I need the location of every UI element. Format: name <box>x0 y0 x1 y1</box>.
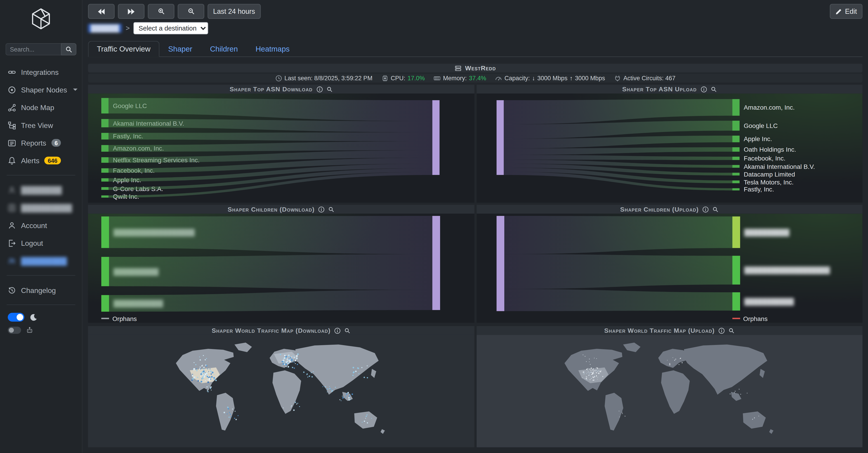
tab-shaper[interactable]: Shaper <box>159 41 201 57</box>
server-icon <box>455 64 462 72</box>
people-icon <box>8 256 16 265</box>
info-icon[interactable] <box>701 86 707 92</box>
secondary-toggle[interactable] <box>8 327 21 334</box>
bell-icon <box>8 156 16 165</box>
reports-icon <box>8 139 16 147</box>
node-name: WestRedd <box>465 65 496 71</box>
person-icon <box>8 186 16 194</box>
sidebar-item-shaper-nodes[interactable]: Shaper Nodes <box>0 81 82 98</box>
sankey-children-download: ███████████████████████████████████████O… <box>88 214 474 323</box>
sidebar-item-changelog[interactable]: Changelog <box>0 281 82 299</box>
magnifier-icon[interactable] <box>344 328 350 334</box>
tab-children[interactable]: Children <box>201 41 247 57</box>
tab-bar: Traffic Overview Shaper Children Heatmap… <box>88 39 862 57</box>
reports-badge: 6 <box>51 139 61 147</box>
sidebar-item-label: Alerts <box>21 156 39 165</box>
app-logo[interactable] <box>0 0 82 39</box>
search-button[interactable] <box>61 43 76 55</box>
sidebar-item-label: Account <box>21 221 47 230</box>
panel-children-download: Shaper Children (Download) █████████████… <box>88 205 474 323</box>
sidebar-item-alerts[interactable]: Alerts 646 <box>0 152 82 169</box>
toolbar: Last 24 hours Edit <box>88 4 862 18</box>
node-map-icon <box>8 103 16 112</box>
magnifier-icon[interactable] <box>710 86 717 92</box>
cpu-icon <box>381 74 389 82</box>
time-range-button[interactable]: Last 24 hours <box>208 4 260 19</box>
zoom-in-button[interactable] <box>148 4 175 19</box>
breadcrumb-separator: > <box>126 24 130 32</box>
integrations-icon <box>8 68 16 76</box>
sidebar-item-label: Node Map <box>21 103 54 112</box>
info-icon[interactable] <box>703 206 709 212</box>
stat-memory: Memory:37.4% <box>434 74 486 82</box>
sankey-asn-download: Google LLCAkamai International B.V.Fastl… <box>88 94 474 203</box>
edit-button[interactable]: Edit <box>830 4 862 19</box>
cube-logo-icon <box>29 6 53 31</box>
time-forward-button[interactable] <box>118 4 145 19</box>
memory-value: 37.4% <box>469 75 486 81</box>
magnifier-icon[interactable] <box>728 328 735 334</box>
magnifier-icon[interactable] <box>327 86 333 92</box>
up-arrow: ↑ <box>569 75 572 81</box>
sidebar-item-label: █████████ <box>21 256 67 265</box>
alerts-badge: 646 <box>44 156 61 164</box>
node-stats: Last seen: 8/8/2025, 3:59:22 PM CPU:17.0… <box>88 74 862 83</box>
person-icon <box>8 221 16 230</box>
sidebar-item-label: Shaper Nodes <box>21 86 67 94</box>
search-input[interactable] <box>5 43 61 55</box>
magnifier-icon[interactable] <box>329 206 335 212</box>
info-icon[interactable] <box>719 328 725 334</box>
sidebar-item-logout[interactable]: Logout <box>0 234 82 252</box>
sidebar-item-tree-view[interactable]: Tree View <box>0 116 82 134</box>
fast-forward-icon <box>127 8 135 15</box>
history-icon <box>8 286 16 294</box>
edit-label: Edit <box>845 7 857 15</box>
time-back-button[interactable] <box>88 4 115 19</box>
sidebar-item-label: Integrations <box>21 68 59 76</box>
sankey-asn-upload: Amazon.com, Inc.Google LLCApple Inc.Oath… <box>476 94 862 203</box>
zoom-out-button[interactable] <box>178 4 204 19</box>
sidebar-item-redacted-link[interactable]: █████████ <box>0 252 82 269</box>
moon-icon <box>29 313 38 322</box>
magnifier-icon[interactable] <box>712 206 719 212</box>
stat-circuits: Active Circuits: 467 <box>614 74 675 82</box>
sidebar-item-account[interactable]: Account <box>0 216 82 234</box>
sidebar-item-reports[interactable]: Reports 6 <box>0 134 82 152</box>
pencil-icon <box>836 8 842 15</box>
sidebar-item-user-redacted-2[interactable]: ██████████ <box>0 199 82 216</box>
sidebar-item-integrations[interactable]: Integrations <box>0 63 82 81</box>
info-icon[interactable] <box>316 86 322 92</box>
sidebar-item-label: Logout <box>21 239 43 247</box>
sidebar-item-node-map[interactable]: Node Map <box>0 98 82 116</box>
divider <box>6 175 75 175</box>
footer: LibreQoS Insight. Copyright © 2025. All … <box>88 447 862 453</box>
breadcrumb-node[interactable]: ██████ <box>88 24 122 33</box>
world-map-download <box>88 335 474 447</box>
tab-heatmaps[interactable]: Heatmaps <box>247 41 298 57</box>
sidebar-item-label: ██████████ <box>21 204 72 212</box>
sidebar-item-label: ████████ <box>21 186 62 194</box>
tab-traffic-overview[interactable]: Traffic Overview <box>88 41 159 57</box>
down-arrow: ↓ <box>532 75 535 81</box>
panel-asn-upload: Shaper Top ASN Upload Amazon.com, Inc.Go… <box>476 85 862 203</box>
world-map-svg <box>88 335 474 447</box>
robot-icon <box>26 327 33 334</box>
panel-children-upload: Shaper Children (Upload) ███████████████… <box>476 205 862 323</box>
info-icon[interactable] <box>318 206 324 212</box>
stat-cpu: CPU:17.0% <box>381 74 425 82</box>
dark-mode-toggle[interactable] <box>8 313 24 322</box>
node-header: WestRedd <box>88 64 862 72</box>
panel-map-download: Shaper World Traffic Map (Download) <box>88 326 474 447</box>
destination-select[interactable]: Select a destination <box>133 22 209 34</box>
app-root: Integrations Shaper Nodes Node Map Tree … <box>0 0 868 453</box>
stat-capacity: Capacity: ↓3000 Mbps ↑3000 Mbps <box>495 74 605 82</box>
clock-icon <box>275 74 282 82</box>
panel-title: Shaper World Traffic Map (Download) <box>212 327 331 334</box>
sidebar-item-user-redacted-1[interactable]: ████████ <box>0 181 82 199</box>
info-icon[interactable] <box>334 328 340 334</box>
panel-map-upload: Shaper World Traffic Map (Upload) <box>476 326 862 447</box>
logout-icon <box>8 239 16 247</box>
zoom-in-icon <box>158 8 165 15</box>
panel-title: Shaper Children (Download) <box>228 206 315 212</box>
panel-title: Shaper World Traffic Map (Upload) <box>604 327 715 334</box>
